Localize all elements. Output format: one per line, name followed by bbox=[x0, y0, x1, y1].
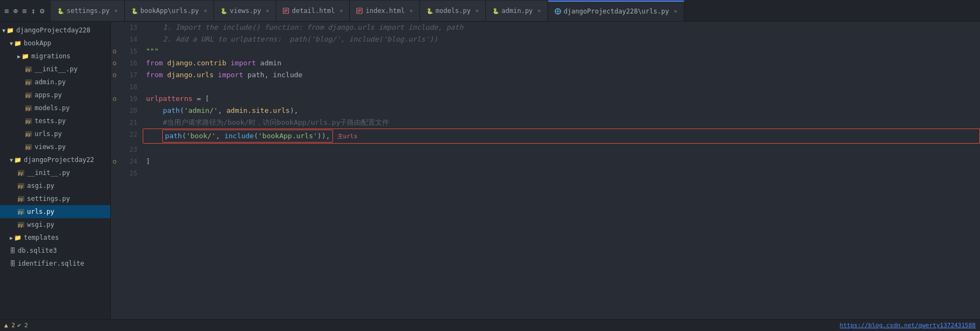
sidebar-item-urls2[interactable]: pyurls.py bbox=[0, 205, 110, 218]
svg-text:py: py bbox=[25, 93, 31, 98]
sidebar-item-label: admin.py bbox=[35, 78, 66, 86]
tab-close-icon[interactable]: ✕ bbox=[538, 8, 541, 13]
line-content[interactable]: urlpatterns = [ bbox=[143, 93, 980, 105]
py-file-icon: py bbox=[17, 221, 25, 228]
sort-icon[interactable]: ↕ bbox=[31, 6, 35, 15]
code-line-17: ○17from django.urls import path, include bbox=[111, 69, 980, 81]
tab-bookappurls[interactable]: 🐍bookApp\urls.py✕ bbox=[125, 1, 214, 21]
tab-djangourls[interactable]: djangoProjectday228\urls.py✕ bbox=[548, 1, 684, 21]
sidebar-item-init1[interactable]: py__init__.py bbox=[0, 63, 110, 76]
line-content[interactable]: 1. Import the include() function: from d… bbox=[143, 22, 980, 33]
caret-icon: ▶ bbox=[10, 235, 13, 241]
settings-icon[interactable]: ⚙ bbox=[40, 6, 44, 15]
toolbar-icons: ≡ ⊕ ≡ ↕ ⚙ bbox=[4, 6, 44, 15]
line-number: 23 bbox=[118, 144, 143, 156]
tab-settings[interactable]: 🐍settings.py✕ bbox=[51, 1, 125, 21]
line-content[interactable]: from django.contrib import admin bbox=[143, 57, 980, 69]
tab-admin[interactable]: 🐍admin.py✕ bbox=[486, 1, 548, 21]
menu-icon[interactable]: ≡ bbox=[4, 6, 9, 15]
code-line-14: 14 2. Add a URL to urlpatterns: path('bl… bbox=[111, 33, 980, 45]
line-content[interactable]: path('admin/', admin.site.urls), bbox=[143, 105, 980, 117]
code-line-13: 13 1. Import the include() function: fro… bbox=[111, 22, 980, 33]
caret-icon: ▼ bbox=[2, 28, 5, 33]
sidebar-item-asgi[interactable]: pyasgi.py bbox=[0, 179, 110, 192]
tab-close-icon[interactable]: ✕ bbox=[476, 8, 479, 13]
svg-text:py: py bbox=[25, 132, 31, 137]
line-number: 25 bbox=[118, 167, 143, 179]
svg-text:py: py bbox=[18, 197, 23, 202]
list-icon[interactable]: ≡ bbox=[22, 6, 26, 15]
tab-close-icon[interactable]: ✕ bbox=[266, 8, 269, 13]
line-content[interactable]: 2. Add a URL to urlpatterns: path('blog/… bbox=[143, 33, 980, 45]
line-number: 22 bbox=[118, 129, 143, 140]
sidebar-item-models1[interactable]: pymodels.py bbox=[0, 102, 110, 114]
sidebar-item-admin1[interactable]: pyadmin.py bbox=[0, 76, 110, 89]
svg-text:py: py bbox=[25, 67, 31, 72]
sidebar-item-settings2[interactable]: pysettings.py bbox=[0, 192, 110, 205]
status-link[interactable]: https://blog.csdn.net/qwerty1372431588 bbox=[839, 322, 976, 329]
py-file-icon: py bbox=[25, 91, 32, 99]
add-icon[interactable]: ⊕ bbox=[13, 6, 17, 15]
code-line-22: 22 path('book/', include('bookApp.urls')… bbox=[111, 129, 980, 144]
tab-views[interactable]: 🐍views.py✕ bbox=[214, 1, 276, 21]
tab-label: settings.py bbox=[66, 7, 109, 15]
tab-close-icon[interactable]: ✕ bbox=[204, 8, 207, 13]
sidebar-item-apps[interactable]: pyapps.py bbox=[0, 89, 110, 102]
sidebar-item-label: urls.py bbox=[27, 208, 55, 215]
line-gutter: ○ bbox=[111, 156, 118, 167]
line-content[interactable]: """ bbox=[143, 45, 980, 57]
line-number: 16 bbox=[118, 57, 143, 69]
sidebar-item-migrations[interactable]: ▶📁migrations bbox=[0, 50, 110, 63]
line-number: 15 bbox=[118, 45, 143, 57]
sidebar-item-label: asgi.py bbox=[27, 182, 55, 190]
folder-icon: 📁 bbox=[14, 157, 22, 164]
sidebar-item-urls1[interactable]: pyurls.py bbox=[0, 127, 110, 140]
folder-icon: 📁 bbox=[14, 234, 22, 241]
line-gutter: ○ bbox=[111, 57, 118, 69]
py-file-icon: py bbox=[25, 130, 32, 138]
sidebar-item-bookApp[interactable]: ▼📁bookApp bbox=[0, 37, 110, 50]
sidebar-item-djangoProject22[interactable]: ▼📁djangoProjectday22 bbox=[0, 153, 110, 166]
line-content[interactable]: from django.urls import path, include bbox=[143, 69, 980, 81]
tab-file-icon: 🐍 bbox=[426, 8, 433, 14]
tab-close-icon[interactable]: ✕ bbox=[674, 8, 677, 14]
sidebar-item-dbsqlite[interactable]: 🗄db.sqlite3 bbox=[0, 244, 110, 257]
sidebar-item-templates[interactable]: ▶📁templates bbox=[0, 231, 110, 244]
sidebar-item-wsgi[interactable]: pywsgi.py bbox=[0, 218, 110, 231]
sidebar-item-init2[interactable]: py__init__.py bbox=[0, 166, 110, 179]
code-line-20: 20 path('admin/', admin.site.urls), bbox=[111, 105, 980, 117]
py-file-icon: py bbox=[17, 208, 25, 215]
code-annotation: 主urls bbox=[337, 133, 358, 140]
line-content[interactable]: #当用户请求路径为/book/时，访问bookApp/urls.py子路由配置文… bbox=[143, 117, 980, 129]
tab-file-icon bbox=[283, 8, 289, 14]
folder-icon: 📁 bbox=[22, 53, 29, 60]
line-content[interactable]: path('book/', include('bookApp.urls')),主… bbox=[143, 129, 980, 144]
tab-close-icon[interactable]: ✕ bbox=[339, 8, 343, 13]
sidebar-item-tests[interactable]: pytests.py bbox=[0, 114, 110, 127]
line-content[interactable]: ] bbox=[143, 156, 980, 167]
tab-close-icon[interactable]: ✕ bbox=[115, 8, 118, 13]
line-number: 14 bbox=[118, 33, 143, 45]
warning-badges: ▲ 2 ✔ 2 bbox=[4, 322, 28, 329]
tab-index[interactable]: index.html✕ bbox=[350, 1, 419, 21]
py-file-icon: py bbox=[17, 169, 25, 177]
ok-count: ✔ 2 bbox=[17, 322, 28, 329]
tab-close-icon[interactable]: ✕ bbox=[410, 8, 413, 13]
sidebar-item-identifiersqlite[interactable]: 🗄identifier.sqlite bbox=[0, 257, 110, 270]
py-file-icon: py bbox=[25, 117, 32, 125]
code-editor[interactable]: 13 1. Import the include() function: fro… bbox=[111, 22, 980, 319]
svg-text:py: py bbox=[25, 119, 31, 124]
sidebar-item-label: db.sqlite3 bbox=[18, 247, 57, 254]
caret-icon: ▼ bbox=[10, 40, 13, 46]
tab-file-icon: 🐍 bbox=[221, 8, 227, 14]
svg-text:🐍: 🐍 bbox=[221, 8, 227, 14]
tab-label: index.html bbox=[365, 7, 404, 15]
sidebar-item-root[interactable]: ▼📁djangoProjectday228 bbox=[0, 24, 110, 37]
sidebar-item-views1[interactable]: pyviews.py bbox=[0, 140, 110, 153]
sidebar-item-label: templates bbox=[24, 234, 59, 241]
sidebar-item-label: tests.py bbox=[35, 117, 66, 125]
line-number: 17 bbox=[118, 69, 143, 81]
tab-detail[interactable]: detail.html✕ bbox=[276, 1, 350, 21]
db-file-icon: 🗄 bbox=[10, 247, 16, 254]
tab-models[interactable]: 🐍models.py✕ bbox=[420, 1, 486, 21]
